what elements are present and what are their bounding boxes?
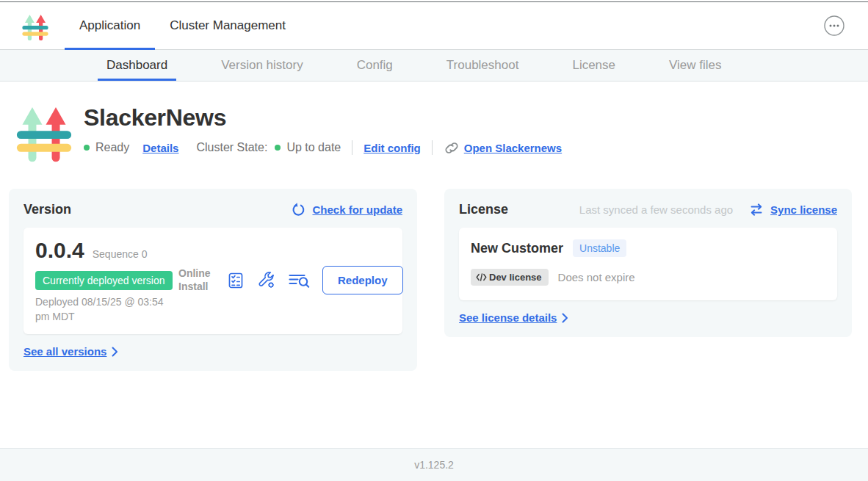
sync-license-link[interactable]: Sync license: [770, 203, 837, 216]
see-all-versions-link[interactable]: See all versions: [23, 345, 106, 358]
tab-application[interactable]: Application: [65, 2, 155, 49]
app-status-label: Ready: [95, 141, 129, 154]
top-header: Application Cluster Management: [0, 2, 868, 50]
refresh-icon: [292, 203, 305, 217]
app-logo-large-icon: [16, 100, 72, 163]
tab-license-label: License: [572, 58, 615, 73]
tab-dashboard[interactable]: Dashboard: [98, 50, 176, 81]
version-card-title: Version: [23, 202, 71, 217]
page-title: SlackerNews: [84, 104, 562, 131]
app-sub-nav: Dashboard Version history Config Trouble…: [0, 50, 868, 82]
divider: [432, 140, 433, 155]
app-header: SlackerNews Ready Details Cluster State:…: [0, 82, 868, 163]
app-footer: v1.125.2: [0, 448, 868, 481]
more-menu-button[interactable]: [824, 15, 845, 36]
check-for-update-link[interactable]: Check for update: [312, 203, 402, 216]
cluster-state-dot: [275, 145, 281, 151]
top-nav-tabs: Application Cluster Management: [65, 2, 300, 49]
app-status-row: Ready Details Cluster State: Up to date …: [84, 140, 562, 155]
tab-view-files-label: View files: [669, 58, 722, 73]
console-version: v1.125.2: [414, 459, 454, 471]
cluster-state-value: Up to date: [286, 141, 341, 154]
tab-view-files[interactable]: View files: [660, 50, 731, 81]
details-link[interactable]: Details: [142, 142, 178, 154]
chevron-right-icon: [562, 313, 568, 323]
deployed-status-badge: Currently deployed version: [35, 271, 173, 290]
license-type-badge-label: Dev license: [489, 272, 542, 283]
install-type-label: Online Install: [178, 267, 215, 293]
wrench-gear-icon: [256, 270, 276, 290]
tab-version-history-label: Version history: [221, 58, 303, 73]
check-for-update[interactable]: Check for update: [292, 203, 402, 217]
dashboard-cards: Version Check for update 0.0.4 Sequence …: [0, 163, 868, 371]
divider: [352, 140, 352, 155]
license-type-badge: Dev license: [471, 269, 549, 286]
tab-config[interactable]: Config: [348, 50, 402, 81]
code-icon: [476, 273, 487, 281]
sequence-label: Sequence 0: [93, 248, 148, 260]
app-status-dot: [84, 145, 90, 151]
deployed-timestamp: Deployed 08/15/25 @ 03:54 pm MDT: [35, 295, 178, 324]
tab-troubleshoot[interactable]: Troubleshoot: [438, 50, 528, 81]
ellipsis-circle-icon: [824, 15, 845, 36]
version-number: 0.0.4: [35, 238, 84, 263]
license-card: License Last synced a few seconds ago Sy…: [444, 189, 852, 337]
tab-config-label: Config: [357, 58, 393, 73]
logs-search-icon: [288, 272, 311, 289]
license-card-title: License: [459, 202, 508, 217]
version-card: Version Check for update 0.0.4 Sequence …: [9, 189, 417, 371]
open-app-link[interactable]: Open Slackernews: [444, 141, 562, 155]
tab-troubleshoot-label: Troubleshoot: [446, 58, 519, 73]
edit-config-icon-button[interactable]: [256, 270, 276, 290]
app-logo-icon: [22, 11, 48, 41]
tab-version-history[interactable]: Version history: [212, 50, 312, 81]
channel-badge: Unstable: [573, 239, 626, 257]
tab-dashboard-label: Dashboard: [106, 58, 167, 73]
edit-config-link[interactable]: Edit config: [364, 142, 421, 154]
license-details-panel: New Customer Unstable Dev license Does n…: [459, 228, 837, 300]
redeploy-button[interactable]: Redeploy: [322, 266, 403, 294]
tab-application-label: Application: [79, 18, 140, 33]
see-license-details-link[interactable]: See license details: [459, 311, 557, 324]
current-version-panel: 0.0.4 Sequence 0 Currently deployed vers…: [23, 228, 402, 334]
see-license-details[interactable]: See license details: [459, 311, 837, 324]
see-all-versions[interactable]: See all versions: [23, 345, 402, 358]
tab-cluster-management-label: Cluster Management: [170, 18, 286, 33]
tab-license[interactable]: License: [563, 50, 624, 81]
deploy-logs-button[interactable]: [288, 272, 311, 289]
cluster-state-label: Cluster State:: [196, 141, 267, 154]
license-expiration: Does not expire: [558, 271, 635, 283]
preflight-checks-button[interactable]: [227, 272, 245, 289]
open-app-link-label: Open Slackernews: [464, 142, 562, 154]
sync-arrows-icon: [749, 203, 764, 216]
last-synced-text: Last synced a few seconds ago: [579, 203, 733, 216]
customer-name: New Customer: [471, 241, 563, 256]
chevron-right-icon: [112, 347, 118, 357]
checklist-icon: [227, 272, 245, 289]
link-icon: [444, 141, 460, 155]
tab-cluster-management[interactable]: Cluster Management: [155, 2, 300, 49]
